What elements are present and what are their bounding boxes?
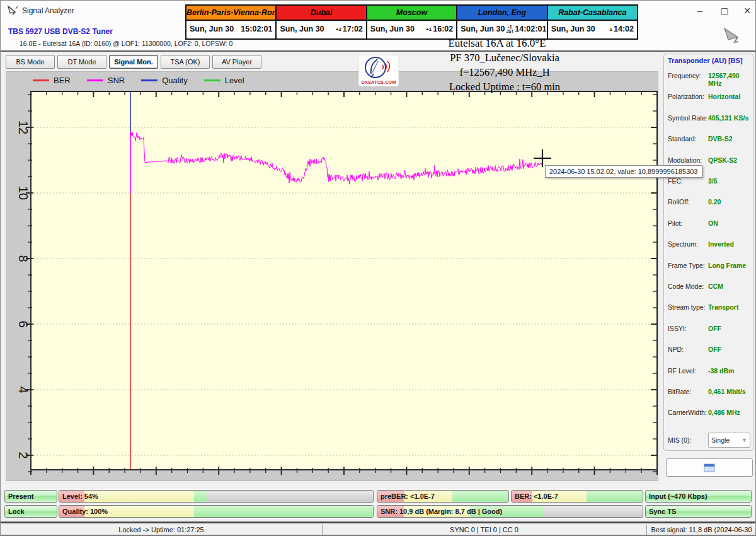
status-label: BER: <1.0E-7 xyxy=(515,491,558,502)
clock-time-row: Sun, Jun 30+217:02 xyxy=(277,21,365,37)
status-label: Present xyxy=(8,491,33,502)
status-label: SNR: 10,9 dB (Margin: 8,7 dB | Good) xyxy=(381,506,502,517)
transponder-row: Polarization:Horizontal xyxy=(668,93,750,102)
y-axis-tick-label: 12 xyxy=(16,120,30,134)
tab-dt-mode[interactable]: DT Mode xyxy=(57,55,106,69)
transponder-row: RollOff:0.20 xyxy=(668,198,750,207)
transponder-row: ISSYI:OFF xyxy=(668,325,750,334)
chevron-down-icon: ▼ xyxy=(742,437,747,443)
clock-city-label: Dubai xyxy=(277,6,365,21)
clock-berlin-paris-vienna-roma: Berlin-Paris-Vienna-RomaSun, Jun 3015:02… xyxy=(186,6,277,38)
transponder-row: Spectrum:Inverted xyxy=(668,240,750,249)
clock-time-row: Sun, Jun 3015:02:01 xyxy=(186,21,275,37)
close-button[interactable]: ✕ xyxy=(739,4,755,17)
gauge-quality: Quality: 100% xyxy=(59,505,374,518)
signal-chart-widget: BERSNRQualityLevel 24681012 xyxy=(6,71,658,481)
transponder-panel: Transponder (AU) [BS] Frequency:12567,49… xyxy=(663,54,753,451)
clock-time-row: Sun, Jun 30-114:02 xyxy=(548,21,637,37)
tab-signal-mon-[interactable]: Signal Mon. xyxy=(109,55,158,69)
y-axis-tick-label: 8 xyxy=(16,255,30,262)
gauge-ber: BER: <1.0E-7 xyxy=(511,490,643,503)
status-pill-input: Input (~470 Kbps) xyxy=(645,490,752,503)
tuner-name: TBS 5927 USB DVB-S2 Tuner xyxy=(8,27,113,36)
tab-tsa-ok-[interactable]: TSA (OK) xyxy=(161,55,210,69)
signal-analyzer-window: Signal Analyzer – ▢ ✕ Berlin-Paris-Vienn… xyxy=(0,0,756,536)
transponder-row: FEC:3/5 xyxy=(668,177,750,186)
transponder-row: Frame Type:Long Frame xyxy=(668,262,750,271)
world-clock-table: Berlin-Paris-Vienna-RomaSun, Jun 3015:02… xyxy=(185,4,638,40)
gauge-level: Level: 54% xyxy=(59,490,374,503)
statusbar-uptime: Locked -> Uptime: 01:27:25 xyxy=(1,523,322,536)
status-label: Sync TS xyxy=(649,506,676,517)
seg-green xyxy=(587,491,643,502)
statusbar-best-signal: Best signal: 11,8 dB (2024-06-30 13:35) xyxy=(646,523,756,536)
seg-green xyxy=(452,491,508,502)
maximize-button[interactable]: ▢ xyxy=(716,4,733,17)
status-label: preBER: <1.0E-7 xyxy=(381,491,435,502)
transponder-row: BitRate:0,461 Mbit/s xyxy=(668,388,750,397)
tuner-lnb-settings: 16.0E - Eutelsat 16A (ID: 0160) @ LOF1: … xyxy=(20,40,232,47)
y-axis-tick-label: 10 xyxy=(16,186,30,200)
clock-city-label: Moscow xyxy=(367,6,456,21)
transponder-row: Standard:DVB-S2 xyxy=(668,135,750,144)
satellite-position-header: Eutelsat 16A at 16.0°E xyxy=(340,37,655,50)
svg-text:dx: dx xyxy=(735,40,739,44)
list-icon xyxy=(704,463,715,472)
transponder-row: RF Level:-38 dBm xyxy=(668,367,750,376)
stream-list-button[interactable] xyxy=(666,458,753,477)
y-axis-tick-label: 2 xyxy=(16,452,30,458)
mis-label: MIS (0): xyxy=(668,436,708,444)
seg-green xyxy=(194,506,373,517)
transponder-row: Pilot:ON xyxy=(668,219,750,228)
app-satellite-icon xyxy=(7,4,20,16)
status-pill-lock: Lock xyxy=(4,505,57,518)
window-title: Signal Analyzer xyxy=(22,6,74,15)
transponder-row: Stream type:Transport xyxy=(668,303,750,312)
transponder-row: Modulation:QPSK-S2 xyxy=(668,156,750,165)
dxsatcs-logo: DXSATCS.COM xyxy=(358,55,399,86)
mis-dropdown[interactable]: Single ▼ xyxy=(708,433,750,448)
mis-row: MIS (0): Single ▼ xyxy=(668,433,750,448)
statusbar: Locked -> Uptime: 01:27:25 SYNC 0 | TEI … xyxy=(1,521,756,536)
status-label: Level: 54% xyxy=(62,491,98,502)
snr-plot[interactable]: 24681012 xyxy=(6,72,659,482)
clock-dubai: DubaiSun, Jun 30+217:02 xyxy=(277,6,367,38)
clock-city-label: Rabat-Casablanca xyxy=(548,6,637,21)
clock-time-row: Sun, Jun 30-1JST14:02:01 xyxy=(457,21,546,37)
y-axis-tick-label: 4 xyxy=(16,386,30,393)
chart-tooltip: 2024-06-30 15.02.02, value: 10,899999618… xyxy=(545,165,702,178)
clock-city-label: London, Eng xyxy=(457,6,546,21)
clock-rabat-casablanca: Rabat-CasablancaSun, Jun 30-114:02 xyxy=(548,6,637,38)
seg-yellow xyxy=(84,491,194,502)
status-pill-sync: Sync TS xyxy=(645,505,752,518)
status-label: Lock xyxy=(8,506,25,517)
mis-value: Single xyxy=(711,436,730,444)
transponder-row: NPD:OFF xyxy=(668,346,750,354)
minimize-button[interactable]: – xyxy=(692,4,708,17)
clock-london-eng: London, EngSun, Jun 30-1JST14:02:01 xyxy=(457,6,547,38)
satellite-dish-icon: dx xyxy=(721,23,743,46)
tab-bs-mode[interactable]: BS Mode xyxy=(6,55,55,69)
y-axis-tick-label: 6 xyxy=(16,320,30,327)
status-label: Quality: 100% xyxy=(62,506,108,517)
transponder-row: Code Mode:CCM xyxy=(668,283,750,291)
transponder-row: Symbol Rate:405,131 KS/s xyxy=(668,114,750,123)
gauge-preber: preBER: <1.0E-7 xyxy=(377,490,509,503)
tab-av-player[interactable]: AV Player xyxy=(212,55,261,69)
logo-text: DXSATCS.COM xyxy=(362,79,396,85)
statusbar-sync: SYNC 0 | TEI 0 | CC 0 xyxy=(322,523,646,536)
clock-time-row: Sun, Jun 30+116:02 xyxy=(367,21,456,37)
status-gauges: PresentLevel: 54%preBER: <1.0E-7BER: <1.… xyxy=(1,487,756,521)
resize-grip[interactable]: ⁞⁞ xyxy=(750,525,755,533)
transponder-panel-title: Transponder (AU) [BS] xyxy=(668,57,743,64)
gauge-snr: SNR: 10,9 dB (Margin: 8,7 dB | Good) xyxy=(377,505,643,518)
status-pill-present: Present xyxy=(4,490,57,503)
clock-city-label: Berlin-Paris-Vienna-Roma xyxy=(186,6,275,21)
transponder-row: Frequency:12567,490 MHz xyxy=(668,72,750,81)
transponder-row: CarrierWidth:0,486 MHz xyxy=(668,409,750,417)
status-label: Input (~470 Kbps) xyxy=(649,491,707,502)
clock-moscow: MoscowSun, Jun 30+116:02 xyxy=(367,6,457,38)
seg-green xyxy=(194,491,207,502)
